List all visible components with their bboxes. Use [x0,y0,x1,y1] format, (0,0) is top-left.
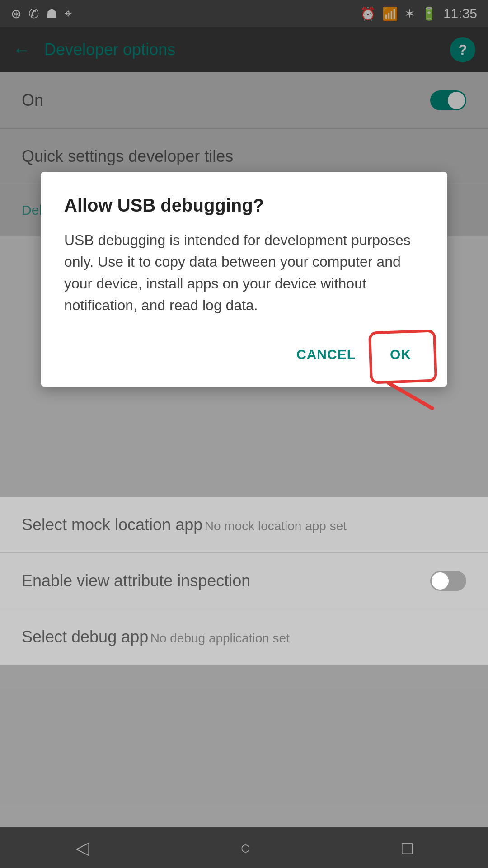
usb-debug-dialog: Allow USB debugging? USB debugging is in… [41,172,447,387]
red-marker-decoration [386,381,435,411]
back-nav-icon[interactable]: ◁ [75,837,89,858]
cancel-button[interactable]: CANCEL [284,339,368,370]
bottom-nav: ◁ ○ □ [0,827,488,868]
view-attribute-label: Enable view attribute inspection [22,571,250,590]
debug-app-section[interactable]: Select debug app No debug application se… [0,609,488,665]
mock-location-section[interactable]: Select mock location app No mock locatio… [0,497,488,553]
dialog-overlay: Allow USB debugging? USB debugging is in… [0,0,488,868]
ok-button-wrapper: OK [377,339,424,370]
view-attribute-toggle[interactable] [430,571,466,591]
dialog-buttons: CANCEL OK [64,339,424,370]
view-attribute-section: Enable view attribute inspection [0,553,488,609]
dialog-body: USB debugging is intended for developmen… [64,229,424,316]
settings-below-dialog: Select mock location app No mock locatio… [0,497,488,665]
debug-app-sub: No debug application set [150,631,290,645]
ok-button[interactable]: OK [377,339,424,370]
mock-location-label: Select mock location app [22,515,202,534]
dialog-title: Allow USB debugging? [64,195,424,216]
home-nav-icon[interactable]: ○ [240,838,251,858]
debug-app-label: Select debug app [22,627,148,646]
mock-location-sub: No mock location app set [205,519,347,533]
recent-nav-icon[interactable]: □ [402,838,413,858]
view-attribute-thumb [432,572,449,590]
